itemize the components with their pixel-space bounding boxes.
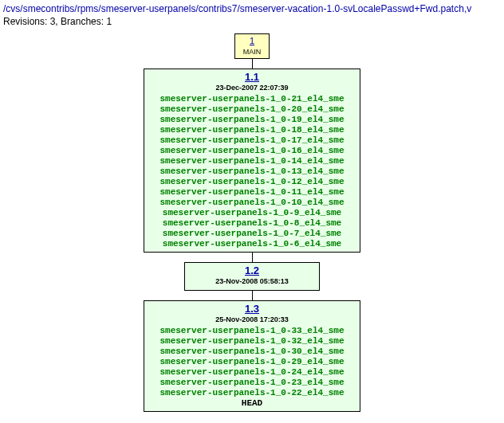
branch-name: MAIN <box>243 48 262 56</box>
revision-date: 23-Nov-2008 05:58:13 <box>190 277 314 285</box>
branch-number: 1 <box>235 36 269 45</box>
tag: smeserver-userpanels-1_0-32_el4_sme <box>149 336 355 347</box>
tag: smeserver-userpanels-1_0-13_el4_sme <box>149 166 355 177</box>
revision-node-1-3[interactable]: 1.3 25-Nov-2008 17:20:33 smeserver-userp… <box>144 300 360 412</box>
tag: smeserver-userpanels-1_0-20_el4_sme <box>149 104 355 115</box>
tag: smeserver-userpanels-1_0-29_el4_sme <box>149 357 355 367</box>
tag: smeserver-userpanels-1_0-12_el4_sme <box>149 177 355 187</box>
file-path-link[interactable]: /cvs/smecontribs/rpms/smeserver-userpane… <box>3 3 471 14</box>
tag: smeserver-userpanels-1_0-33_el4_sme <box>149 326 355 336</box>
tag: smeserver-userpanels-1_0-14_el4_sme <box>149 156 355 166</box>
tag: smeserver-userpanels-1_0-16_el4_sme <box>149 146 355 156</box>
tag: smeserver-userpanels-1_0-24_el4_sme <box>149 367 355 378</box>
tag: smeserver-userpanels-1_0-9_el4_sme <box>149 208 355 218</box>
tag: smeserver-userpanels-1_0-21_el4_sme <box>149 94 355 104</box>
connector-line <box>252 59 253 69</box>
connector-line <box>252 253 253 262</box>
revision-number: 1.2 <box>190 265 314 276</box>
tag: smeserver-userpanels-1_0-30_el4_sme <box>149 347 355 357</box>
revision-number: 1.1 <box>149 72 355 83</box>
revision-graph: 1 MAIN 1.1 23-Dec-2007 22:07:39 smeserve… <box>3 33 501 418</box>
file-path: /cvs/smecontribs/rpms/smeserver-userpane… <box>3 3 504 14</box>
revision-number: 1.3 <box>149 304 355 315</box>
tag: smeserver-userpanels-1_0-19_el4_sme <box>149 115 355 125</box>
tag: smeserver-userpanels-1_0-22_el4_sme <box>149 388 355 398</box>
revision-summary: Revisions: 3, Branches: 1 <box>3 16 504 27</box>
connector-line <box>252 291 253 300</box>
branch-node-main[interactable]: 1 MAIN <box>234 33 270 59</box>
revision-node-1-1[interactable]: 1.1 23-Dec-2007 22:07:39 smeserver-userp… <box>144 69 360 253</box>
tag: smeserver-userpanels-1_0-6_el4_sme <box>149 239 355 249</box>
tag: smeserver-userpanels-1_0-23_el4_sme <box>149 378 355 388</box>
tag: smeserver-userpanels-1_0-17_el4_sme <box>149 135 355 146</box>
tag: smeserver-userpanels-1_0-8_el4_sme <box>149 218 355 229</box>
tag: smeserver-userpanels-1_0-10_el4_sme <box>149 198 355 208</box>
revision-date: 23-Dec-2007 22:07:39 <box>149 84 355 92</box>
revision-date: 25-Nov-2008 17:20:33 <box>149 315 355 323</box>
tag: smeserver-userpanels-1_0-11_el4_sme <box>149 187 355 198</box>
tag: smeserver-userpanels-1_0-7_el4_sme <box>149 229 355 239</box>
revision-node-1-2[interactable]: 1.2 23-Nov-2008 05:58:13 <box>184 262 320 291</box>
head-tag: HEAD <box>149 398 355 409</box>
tag: smeserver-userpanels-1_0-18_el4_sme <box>149 125 355 135</box>
